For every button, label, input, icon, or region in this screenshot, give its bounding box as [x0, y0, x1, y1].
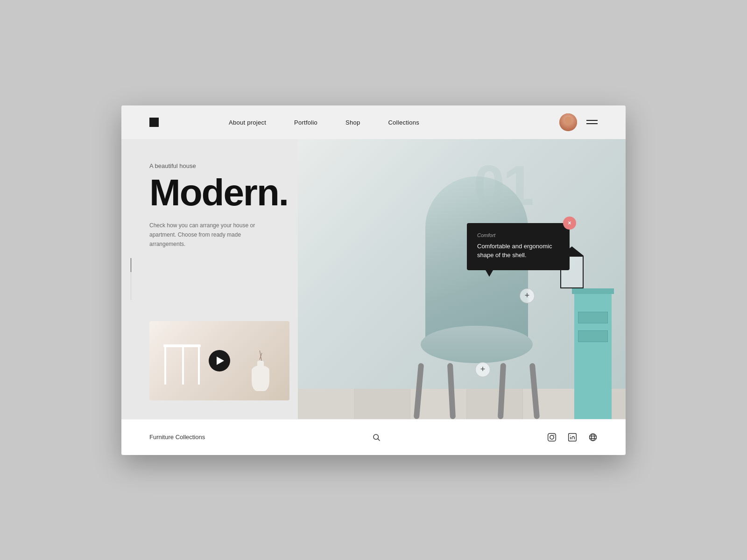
linkedin-icon[interactable]: [568, 433, 577, 442]
side-table-drawer-1: [578, 312, 608, 323]
chair-seat: [421, 326, 533, 363]
play-button[interactable]: [209, 350, 230, 371]
nav-item-about[interactable]: About project: [229, 119, 266, 126]
svg-point-3: [550, 435, 554, 439]
footer-brand: Furniture Collections: [149, 434, 205, 441]
hamburger-menu[interactable]: [586, 120, 598, 124]
tooltip-label: Comfort: [477, 232, 559, 238]
hero-subtitle: A beautiful house: [149, 162, 288, 169]
nav-item-collections[interactable]: Collections: [388, 119, 419, 126]
hero-section: 01 × Comfort Comfortable and ergonomic s…: [121, 139, 626, 419]
chair-leg-2: [447, 363, 456, 419]
tooltip-close-button[interactable]: ×: [563, 217, 576, 230]
navigation: About project Portfolio Shop Collections: [121, 105, 626, 139]
scroll-indicator: [131, 258, 131, 300]
slide-number: 01: [474, 153, 532, 217]
side-table-top: [572, 288, 614, 294]
hero-description: Check how you can arrange your house or …: [149, 221, 261, 249]
preview-table-leg-1: [164, 347, 166, 385]
side-table-drawer-2: [578, 330, 608, 342]
chair-leg-4: [529, 363, 540, 419]
hotspot-button-2[interactable]: +: [475, 362, 490, 377]
tooltip-text: Comfortable and ergonomic shape of the s…: [477, 242, 559, 260]
play-icon: [217, 357, 224, 365]
svg-rect-2: [548, 433, 556, 441]
search-icon[interactable]: [372, 433, 381, 441]
logo[interactable]: [149, 118, 159, 127]
svg-point-0: [374, 434, 379, 440]
preview-card[interactable]: [149, 321, 289, 400]
footer: Furniture Collections: [121, 419, 626, 455]
chair-leg-1: [414, 363, 424, 419]
instagram-icon[interactable]: [547, 433, 557, 442]
preview-vase: [250, 361, 271, 391]
svg-point-9: [590, 434, 597, 441]
browser-window: About project Portfolio Shop Collections: [121, 105, 626, 455]
svg-point-4: [554, 434, 555, 435]
scroll-line: [131, 272, 131, 300]
preview-inner: [149, 321, 289, 400]
preview-table-leg-2: [182, 347, 184, 385]
nav-links: About project Portfolio Shop Collections: [229, 118, 419, 126]
svg-line-1: [378, 439, 380, 441]
nav-item-shop[interactable]: Shop: [345, 119, 360, 126]
preview-table-leg-3: [198, 347, 200, 385]
behance-icon[interactable]: [588, 433, 598, 442]
avatar[interactable]: [559, 113, 577, 131]
hero-title: Modern.: [149, 174, 288, 211]
footer-social-icons: [547, 433, 598, 442]
side-table: [574, 288, 612, 419]
nav-right: [559, 113, 598, 131]
svg-point-10: [592, 434, 595, 441]
tooltip-card: × Comfort Comfortable and ergonomic shap…: [467, 223, 570, 270]
footer-search[interactable]: [372, 433, 381, 441]
hotspot-button-1[interactable]: +: [520, 288, 535, 303]
vase-body: [252, 365, 269, 391]
chair-leg-3: [498, 363, 506, 419]
nav-item-portfolio[interactable]: Portfolio: [294, 119, 317, 126]
hero-background: [298, 139, 626, 419]
scroll-dot: [131, 258, 131, 272]
hero-content: A beautiful house Modern. Check how you …: [149, 162, 288, 268]
